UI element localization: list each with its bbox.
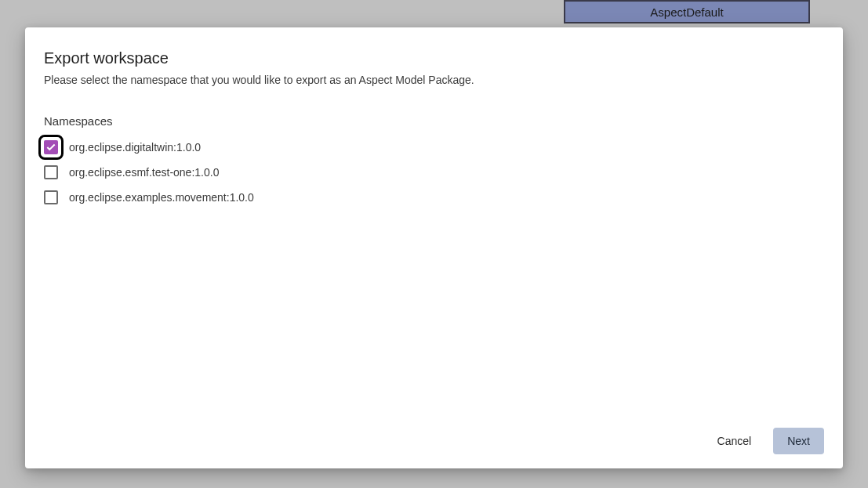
export-workspace-modal: Export workspace Please select the names… <box>25 27 843 468</box>
checkbox-wrap <box>44 190 58 204</box>
checkbox-wrap <box>44 140 58 154</box>
background-node-label: AspectDefault <box>650 5 723 19</box>
namespaces-section-label: Namespaces <box>44 114 824 128</box>
modal-title: Export workspace <box>44 49 824 67</box>
namespace-item: org.eclipse.digitaltwin:1.0.0 <box>44 140 824 154</box>
namespace-checkbox[interactable] <box>44 165 58 179</box>
checkbox-wrap <box>44 165 58 179</box>
namespace-label: org.eclipse.examples.movement:1.0.0 <box>69 191 254 204</box>
modal-footer: Cancel Next <box>44 428 824 454</box>
next-button[interactable]: Next <box>773 428 824 454</box>
modal-header: Export workspace Please select the names… <box>44 49 824 86</box>
namespace-checkbox[interactable] <box>44 140 58 154</box>
cancel-button[interactable]: Cancel <box>703 428 766 454</box>
background-aspect-node: AspectDefault <box>564 0 810 23</box>
namespace-item: org.eclipse.examples.movement:1.0.0 <box>44 190 824 204</box>
namespace-list: org.eclipse.digitaltwin:1.0.0 org.eclips… <box>44 140 824 428</box>
modal-subtitle: Please select the namespace that you wou… <box>44 74 824 86</box>
checkmark-icon <box>45 142 56 153</box>
namespace-checkbox[interactable] <box>44 190 58 204</box>
namespace-label: org.eclipse.esmf.test-one:1.0.0 <box>69 166 219 179</box>
namespace-label: org.eclipse.digitaltwin:1.0.0 <box>69 141 201 154</box>
namespace-item: org.eclipse.esmf.test-one:1.0.0 <box>44 165 824 179</box>
